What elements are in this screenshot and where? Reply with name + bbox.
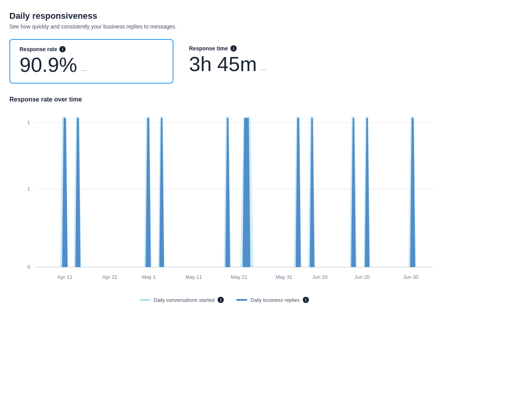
chart-svg: 1 1 0 xyxy=(21,111,439,290)
response-rate-change: — xyxy=(81,67,86,73)
legend-replies: Daily business replies i xyxy=(236,297,309,303)
svg-text:May 1: May 1 xyxy=(142,274,155,280)
svg-text:Apr 21: Apr 21 xyxy=(102,274,117,280)
svg-text:May 31: May 31 xyxy=(276,274,293,280)
response-time-value: 3h 45m — xyxy=(189,54,320,74)
response-time-change: — xyxy=(261,66,266,72)
response-time-info-icon[interactable]: i xyxy=(230,45,237,52)
legend-replies-info-icon[interactable]: i xyxy=(303,297,309,303)
legend-line-conversations xyxy=(139,299,150,301)
legend-conversations-info-icon[interactable]: i xyxy=(218,297,224,303)
svg-text:Apr 11: Apr 11 xyxy=(57,274,72,280)
chart-area: 1 1 0 xyxy=(21,111,439,290)
svg-text:1: 1 xyxy=(27,186,30,192)
svg-text:Jun 30: Jun 30 xyxy=(403,274,418,280)
response-time-card: Response time i 3h 45m — xyxy=(189,39,330,84)
subtitle: See how quickly and consistently your bu… xyxy=(9,23,523,30)
response-rate-value: 90.9% — xyxy=(20,55,163,75)
page-title: Daily responsiveness xyxy=(9,11,523,21)
legend-line-replies xyxy=(236,299,247,301)
chart-legend: Daily conversations started i Daily busi… xyxy=(9,297,439,303)
response-rate-card: Response rate i 90.9% — xyxy=(9,39,173,84)
response-time-label: Response time i xyxy=(189,45,320,52)
legend-conversations: Daily conversations started i xyxy=(139,297,224,303)
metrics-row: Response rate i 90.9% — Response time i … xyxy=(9,39,523,84)
svg-text:Jun 20: Jun 20 xyxy=(354,274,370,280)
svg-text:May 11: May 11 xyxy=(186,274,202,280)
chart-container: Response rate over time 1 1 0 xyxy=(9,96,439,303)
svg-text:0: 0 xyxy=(27,264,30,270)
svg-text:May 21: May 21 xyxy=(231,274,248,280)
response-rate-info-icon[interactable]: i xyxy=(59,46,66,52)
svg-text:1: 1 xyxy=(27,119,30,125)
svg-text:Jun 10: Jun 10 xyxy=(312,274,327,280)
response-rate-label: Response rate i xyxy=(20,46,163,52)
chart-section-title: Response rate over time xyxy=(9,96,439,103)
